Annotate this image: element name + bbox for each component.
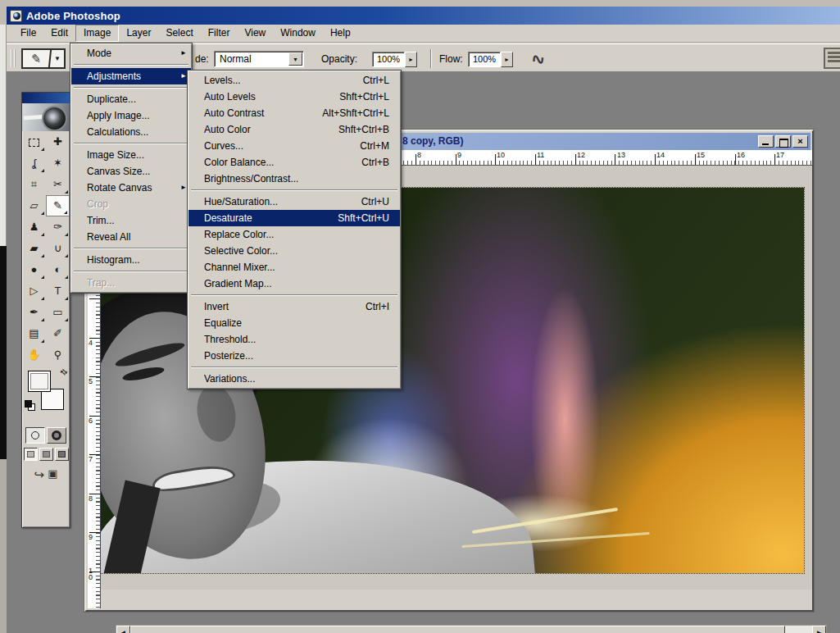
history-brush-tool[interactable]: ✑ xyxy=(46,216,70,238)
menu-filter[interactable]: Filter xyxy=(201,25,238,42)
menu-item-auto-contrast[interactable]: Auto ContrastAlt+Shft+Ctrl+L xyxy=(188,105,400,121)
menu-item-label: Replace Color... xyxy=(204,229,274,240)
menu-item-hue-saturation[interactable]: Hue/Saturation...Ctrl+U xyxy=(188,194,400,210)
pen-tool[interactable]: ✒ xyxy=(22,302,46,323)
menu-item-desaturate[interactable]: DesaturateShft+Ctrl+U xyxy=(188,210,400,226)
blend-mode-select[interactable]: Normal ▼ xyxy=(214,51,304,67)
brush-tool[interactable]: ✎ xyxy=(46,195,70,216)
menu-item-selective-color[interactable]: Selective Color... xyxy=(188,243,400,259)
menu-item-threshold[interactable]: Threshold... xyxy=(188,331,400,348)
airbrush-icon[interactable]: ∿ xyxy=(529,48,547,71)
menu-item-label: Channel Mixer... xyxy=(204,262,275,273)
menu-item-color-balance[interactable]: Color Balance...Ctrl+B xyxy=(188,154,400,171)
quick-mask-mode-button[interactable] xyxy=(47,427,66,444)
hand-tool[interactable]: ✋ xyxy=(22,344,46,366)
healing-brush-tool[interactable]: ▱ xyxy=(22,195,46,216)
blur-tool[interactable]: ● xyxy=(22,259,46,280)
menu-item-gradient-map[interactable]: Gradient Map... xyxy=(188,276,400,292)
menu-item-adjustments[interactable]: Adjustments► xyxy=(71,68,191,84)
fullscreen-mode-button[interactable] xyxy=(55,448,69,461)
swap-colors-icon[interactable]: ⇄ xyxy=(58,367,70,378)
menu-item-levels[interactable]: Levels...Ctrl+L xyxy=(188,72,400,89)
lasso-tool[interactable]: ʆ xyxy=(22,153,46,174)
menu-item-channel-mixer[interactable]: Channel Mixer... xyxy=(188,259,400,276)
menu-help[interactable]: Help xyxy=(323,25,358,42)
horizontal-scrollbar[interactable]: ◄ ► xyxy=(116,625,827,633)
rectangular-marquee-tool[interactable] xyxy=(22,131,46,153)
eyedropper-tool[interactable]: ✐ xyxy=(46,323,70,344)
chevron-down-icon[interactable]: ▼ xyxy=(51,50,64,67)
fullscreen-with-menu-button[interactable] xyxy=(39,448,53,461)
close-button[interactable]: × xyxy=(792,135,808,148)
opacity-input[interactable]: 100% xyxy=(372,52,405,67)
slice-tool[interactable]: ✂ xyxy=(46,174,70,195)
default-colors-icon[interactable] xyxy=(25,400,35,411)
ruler-number: 5 xyxy=(89,378,95,385)
zoom-tool[interactable]: ⚲ xyxy=(46,344,70,366)
menu-item-apply-image[interactable]: Apply Image... xyxy=(71,107,191,124)
shape-tool[interactable]: ▭ xyxy=(46,302,70,323)
menu-image[interactable]: Image xyxy=(75,25,119,42)
options-bar-grip[interactable] xyxy=(11,49,16,67)
menu-file[interactable]: File xyxy=(13,25,43,42)
menu-item-trim[interactable]: Trim... xyxy=(71,212,191,229)
menu-layer[interactable]: Layer xyxy=(119,25,158,42)
menu-item-curves[interactable]: Curves...Ctrl+M xyxy=(188,138,400,154)
background-window-dark-edge xyxy=(0,246,7,459)
menu-item-posterize[interactable]: Posterize... xyxy=(188,348,400,364)
menu-separator xyxy=(191,189,397,191)
foreground-color-swatch[interactable] xyxy=(28,371,51,392)
move-tool[interactable]: ✚ xyxy=(46,131,70,153)
shortcut-label: Ctrl+B xyxy=(361,154,389,171)
menu-item-trap: Trap... xyxy=(71,275,191,291)
menu-item-auto-levels[interactable]: Auto LevelsShft+Ctrl+L xyxy=(188,89,400,105)
menu-bar: File Edit Image Layer Select Filter View… xyxy=(7,25,840,43)
jump-arrow-icon[interactable]: ↪ xyxy=(34,467,45,482)
path-selection-tool[interactable]: ▷ xyxy=(22,280,46,302)
app-titlebar[interactable]: Adobe Photoshop xyxy=(7,7,840,25)
menu-item-canvas-size[interactable]: Canvas Size... xyxy=(71,163,191,180)
menu-window[interactable]: Window xyxy=(273,25,323,42)
menu-item-rotate-canvas[interactable]: Rotate Canvas► xyxy=(71,180,191,196)
magic-wand-tool[interactable]: ✶ xyxy=(46,153,70,174)
type-tool[interactable]: T xyxy=(46,280,70,302)
menu-item-invert[interactable]: InvertCtrl+I xyxy=(188,298,400,315)
notes-tool[interactable]: ▤ xyxy=(22,323,46,344)
menu-view[interactable]: View xyxy=(237,25,273,42)
eraser-tool[interactable]: ▰ xyxy=(22,238,46,259)
menu-item-histogram[interactable]: Histogram... xyxy=(71,252,191,268)
dropdown-arrow-icon[interactable]: ▼ xyxy=(288,52,302,66)
menu-item-mode[interactable]: Mode► xyxy=(71,45,191,61)
menu-item-replace-color[interactable]: Replace Color... xyxy=(188,226,400,243)
crop-tool[interactable]: ⌗ xyxy=(22,174,46,195)
menu-item-image-size[interactable]: Image Size... xyxy=(71,147,191,163)
menu-item-auto-color[interactable]: Auto ColorShft+Ctrl+B xyxy=(188,121,400,138)
paint-bucket-tool[interactable]: ∪ xyxy=(46,238,70,259)
palette-well-icon[interactable] xyxy=(824,48,840,69)
menu-item-variations[interactable]: Variations... xyxy=(188,371,400,387)
menu-edit[interactable]: Edit xyxy=(43,25,75,42)
menu-item-calculations[interactable]: Calculations... xyxy=(71,124,191,140)
flow-input[interactable]: 100% xyxy=(468,52,501,67)
dodge-tool[interactable]: ◐ xyxy=(46,259,70,280)
minimize-button[interactable] xyxy=(758,135,774,148)
opacity-slider-arrow-icon[interactable]: ► xyxy=(405,52,417,67)
scrollbar-thumb[interactable] xyxy=(130,626,785,633)
scrollbar-track[interactable] xyxy=(130,626,812,633)
menu-item-brightness-contrast[interactable]: Brightness/Contrast... xyxy=(188,171,400,187)
maximize-button[interactable] xyxy=(775,135,791,148)
menu-select[interactable]: Select xyxy=(158,25,200,42)
menu-item-equalize[interactable]: Equalize xyxy=(188,315,400,331)
menu-item-reveal-all[interactable]: Reveal All xyxy=(71,229,191,245)
scroll-left-icon[interactable]: ◄ xyxy=(116,626,130,633)
flow-slider-arrow-icon[interactable]: ► xyxy=(501,52,513,67)
scroll-right-icon[interactable]: ► xyxy=(812,626,826,633)
imageready-icon[interactable]: ▣ xyxy=(48,467,57,482)
menu-item-duplicate[interactable]: Duplicate... xyxy=(71,91,191,107)
jump-to-imageready: ↪ ▣ xyxy=(22,464,70,482)
clone-stamp-tool[interactable]: ♟ xyxy=(22,216,46,238)
standard-mode-button[interactable] xyxy=(25,427,45,444)
standard-screen-mode-button[interactable] xyxy=(24,448,38,461)
tool-preset-button[interactable]: ✎ ▼ xyxy=(21,48,66,69)
toolbox-titlebar[interactable] xyxy=(22,93,70,103)
